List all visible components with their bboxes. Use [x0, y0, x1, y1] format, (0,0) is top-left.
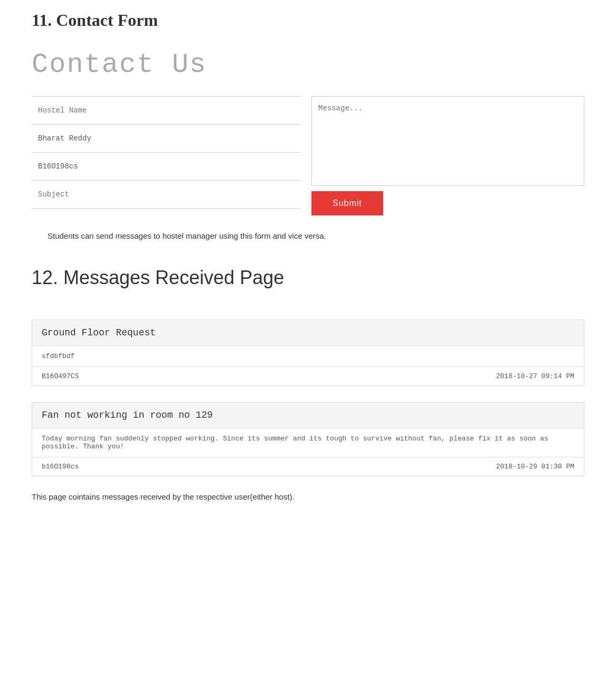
message-subject: Ground Floor Request	[32, 320, 584, 346]
section-12-title: 12. Messages Received Page	[32, 267, 584, 289]
id-input[interactable]	[32, 152, 301, 180]
section-11-title: 11. Contact Form	[32, 11, 584, 30]
message-sender-id: B16O497CS	[42, 372, 79, 380]
message-footer: B16O497CS 2018-10-27 09:14 PM	[32, 367, 584, 386]
message-timestamp: 2018-10-29 01:30 PM	[496, 463, 574, 471]
messages-section: 12. Messages Received Page Ground Floor …	[32, 267, 584, 501]
message-footer: b16O198cs 2018-10-29 01:30 PM	[32, 457, 584, 476]
message-sender-id: b16O198cs	[42, 463, 79, 471]
message-body: Today morning fan suddenly stopped worki…	[32, 428, 584, 457]
name-input[interactable]	[32, 124, 301, 152]
message-textarea[interactable]	[311, 96, 584, 186]
form-right-column: Submit	[311, 96, 584, 215]
message-timestamp: 2018-10-27 09:14 PM	[496, 372, 574, 380]
message-subject: Fan not working in room no 129	[32, 402, 584, 428]
hostel-name-input[interactable]	[32, 96, 301, 124]
message-card: Fan not working in room no 129 Today mor…	[32, 402, 584, 476]
submit-row: Submit	[311, 191, 584, 215]
message-body: sfdbfbdf	[32, 346, 584, 367]
section12-description: This page cointains messages received by…	[32, 492, 584, 501]
message-card: Ground Floor Request sfdbfbdf B16O497CS …	[32, 320, 584, 386]
section11-description: Students can send messages to hostel man…	[32, 231, 584, 240]
subject-input[interactable]	[32, 180, 301, 209]
form-left-column	[32, 96, 301, 209]
contact-form-layout: Submit	[32, 96, 584, 215]
submit-button[interactable]: Submit	[311, 191, 383, 215]
contact-us-heading: Contact Us	[32, 49, 584, 80]
